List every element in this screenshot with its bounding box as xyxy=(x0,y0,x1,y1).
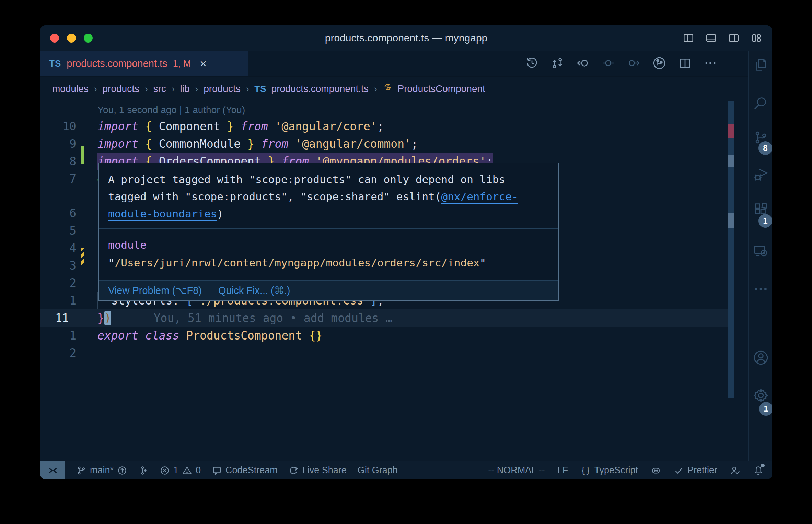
line-number: 5 xyxy=(40,222,76,239)
symbol-class-icon xyxy=(383,83,393,95)
run-debug-icon[interactable] xyxy=(749,167,772,182)
code-line[interactable]: 11})You, 51 minutes ago • add modules … xyxy=(40,309,728,327)
problem-module-info: module "/Users/juri/nrwl/content/myngapp… xyxy=(99,228,558,280)
status-bar: main* 1 0 CodeStream Live Share Git xyxy=(40,461,772,479)
remote-indicator[interactable] xyxy=(40,461,65,479)
copilot-status-icon[interactable] xyxy=(650,465,661,476)
more-views-icon[interactable] xyxy=(749,281,772,297)
search-icon[interactable] xyxy=(749,95,772,111)
gutter-added-marker xyxy=(81,146,84,164)
quick-fix-link[interactable]: Quick Fix... (⌘.) xyxy=(218,285,290,296)
split-editor-icon[interactable] xyxy=(678,56,692,70)
code-tokens: })You, 51 minutes ago • add modules … xyxy=(97,309,392,327)
breadcrumb-folder[interactable]: src xyxy=(153,83,166,94)
line-number: 3 xyxy=(40,257,76,274)
close-tab-icon[interactable]: × xyxy=(200,58,207,69)
zoom-window-button[interactable] xyxy=(84,34,93,43)
line-number: 7 xyxy=(40,170,76,188)
previous-change-icon[interactable] xyxy=(601,56,615,70)
breadcrumb-folder[interactable]: products xyxy=(103,83,139,94)
customize-layout-icon[interactable] xyxy=(750,32,763,44)
line-number: 1 xyxy=(40,327,76,344)
line-number: 6 xyxy=(40,204,76,222)
accounts-icon[interactable] xyxy=(749,349,772,366)
breadcrumb-file[interactable]: products.component.ts xyxy=(271,83,369,94)
traffic-lights xyxy=(50,34,93,43)
code-line[interactable]: 9import { CommonModule } from '@angular/… xyxy=(40,135,728,153)
eslint-rule-link[interactable]: module-boundaries xyxy=(108,207,217,220)
line-number: 2 xyxy=(40,274,76,292)
problems-status[interactable]: 1 0 xyxy=(160,465,201,476)
breadcrumb-symbol[interactable]: ProductsComponent xyxy=(398,83,485,94)
inline-blame-annotation: You, 51 minutes ago • add modules … xyxy=(154,311,392,325)
git-blame-annotation: You, 1 second ago | 1 author (You) xyxy=(97,105,245,116)
remote-explorer-icon[interactable] xyxy=(749,243,772,259)
previous-change-active-icon[interactable] xyxy=(576,56,590,70)
overview-cursor-mark xyxy=(728,213,734,228)
explorer-icon[interactable] xyxy=(749,57,772,73)
breadcrumb-folder[interactable]: products xyxy=(204,83,240,94)
view-problem-link[interactable]: View Problem (⌥F8) xyxy=(108,285,202,296)
line-number: 4 xyxy=(40,239,76,257)
breadcrumb-separator: › xyxy=(171,84,175,94)
text-cursor: ) xyxy=(104,311,111,325)
tab-label: products.component.ts xyxy=(67,58,167,69)
prettier-status[interactable]: Prettier xyxy=(674,465,717,476)
error-count: 1 xyxy=(173,465,178,476)
problem-message: A project tagged with "scope:products" c… xyxy=(99,163,558,228)
source-control-icon[interactable]: 8 xyxy=(749,130,772,145)
codestream-status[interactable]: CodeStream xyxy=(212,465,278,476)
line-number: 2 xyxy=(40,344,76,362)
code-line[interactable]: 2 xyxy=(40,344,728,362)
scrollbar-overview-ruler[interactable] xyxy=(728,101,748,461)
more-actions-icon[interactable] xyxy=(704,56,717,70)
next-change-icon[interactable] xyxy=(627,56,640,70)
toggle-sidebar-icon[interactable] xyxy=(682,32,695,44)
activity-bar: 8 1 1 xyxy=(748,51,772,461)
extensions-icon[interactable]: 1 xyxy=(749,202,772,217)
tab-bar: TS products.component.ts 1, M × xyxy=(40,51,748,77)
git-graph-status[interactable]: Git Graph xyxy=(358,465,398,476)
vscode-window: products.component.ts — myngapp TS produ… xyxy=(40,25,772,479)
warning-count: 0 xyxy=(196,465,201,476)
code-tokens: import { Component } from '@angular/core… xyxy=(97,118,384,135)
notifications-bell-icon[interactable] xyxy=(753,465,764,476)
language-status[interactable]: {} TypeScript xyxy=(580,465,638,476)
tab-products-component[interactable]: TS products.component.ts 1, M × xyxy=(40,51,248,76)
code-tokens: export class ProductsComponent {} xyxy=(97,327,323,344)
breadcrumb-folder[interactable]: modules xyxy=(52,83,89,94)
eslint-rule-link[interactable]: @nx/enforce- xyxy=(441,190,518,203)
gitlens-graph-icon[interactable] xyxy=(652,56,666,70)
branch-name: main* xyxy=(90,465,114,476)
code-editor[interactable]: You, 1 second ago | 1 author (You) 10imp… xyxy=(40,101,748,461)
scrollbar-thumb[interactable] xyxy=(728,101,734,398)
typescript-file-icon: TS xyxy=(49,58,61,69)
gitlens-status-icon[interactable] xyxy=(138,465,149,476)
toggle-secondary-sidebar-icon[interactable] xyxy=(728,32,740,44)
line-number: 8 xyxy=(40,153,76,170)
close-window-button[interactable] xyxy=(50,34,59,43)
window-title: products.component.ts — myngapp xyxy=(40,32,772,44)
vim-mode-status[interactable]: -- NORMAL -- xyxy=(488,465,545,476)
compare-changes-icon[interactable] xyxy=(550,56,564,70)
git-branch-status[interactable]: main* xyxy=(76,465,127,476)
breadcrumb-separator: › xyxy=(195,84,199,94)
code-line[interactable]: 1export class ProductsComponent {} xyxy=(40,327,728,344)
toggle-panel-icon[interactable] xyxy=(705,32,717,44)
breadcrumb-folder[interactable]: lib xyxy=(180,83,190,94)
breadcrumb-separator: › xyxy=(93,84,98,94)
extensions-badge: 1 xyxy=(758,214,772,228)
live-share-status[interactable]: Live Share xyxy=(289,465,347,476)
settings-badge: 1 xyxy=(759,402,772,416)
problem-hover-popup: A project tagged with "scope:products" c… xyxy=(98,163,559,301)
title-bar: products.component.ts — myngapp xyxy=(40,25,772,51)
line-number: 10 xyxy=(40,118,76,135)
settings-gear-icon[interactable]: 1 xyxy=(749,387,772,404)
code-line[interactable]: 10import { Component } from '@angular/co… xyxy=(40,118,728,135)
local-history-icon[interactable] xyxy=(525,56,539,70)
eol-status[interactable]: LF xyxy=(557,465,568,476)
breadcrumb-separator: › xyxy=(373,84,378,94)
minimize-window-button[interactable] xyxy=(67,34,76,43)
account-status-icon[interactable] xyxy=(730,465,741,476)
overview-error-mark xyxy=(728,124,734,138)
